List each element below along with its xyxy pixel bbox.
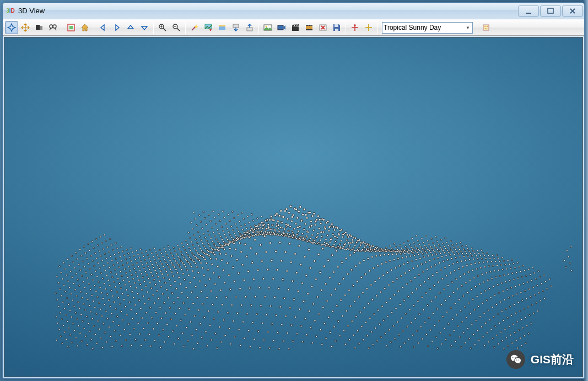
scene-settings-icon[interactable]: [479, 21, 493, 34]
move-up-icon[interactable]: [243, 21, 256, 34]
svg-rect-2: [36, 25, 40, 30]
svg-rect-11: [219, 26, 225, 30]
svg-point-22: [308, 25, 309, 25]
svg-rect-3: [40, 26, 42, 30]
svg-rect-12: [233, 24, 239, 28]
pan-icon[interactable]: [19, 21, 32, 34]
add-layer-icon[interactable]: [202, 21, 215, 34]
cancel-icon[interactable]: [316, 21, 330, 34]
clapboard-icon[interactable]: [289, 21, 302, 34]
video-icon[interactable]: [275, 21, 288, 34]
svg-rect-20: [306, 29, 312, 30]
app-window: 3ID 3D View: [2, 2, 585, 379]
window-title: 3D View: [18, 7, 517, 15]
navigate-icon[interactable]: [5, 21, 18, 34]
back-arrow-icon[interactable]: [96, 21, 110, 34]
edit-surface-icon[interactable]: [33, 21, 46, 34]
maximize-button[interactable]: [540, 6, 561, 17]
svg-rect-26: [335, 24, 338, 27]
layers-icon[interactable]: [215, 21, 229, 34]
forward-arrow-icon[interactable]: [110, 21, 123, 34]
close-button[interactable]: [562, 6, 583, 17]
up-arrow-icon[interactable]: [124, 21, 137, 34]
toolbar: Tropical Sunny Day: [3, 19, 584, 36]
app-icon: 3ID: [6, 7, 15, 15]
svg-point-23: [310, 25, 310, 25]
minimize-button[interactable]: [518, 6, 539, 17]
environment-selected-label: Tropical Sunny Day: [384, 24, 441, 31]
viewport-3d[interactable]: GIS前沿: [4, 37, 583, 377]
svg-rect-1: [548, 8, 553, 13]
wand-icon[interactable]: [188, 21, 201, 34]
svg-rect-16: [278, 25, 283, 30]
svg-point-5: [53, 25, 56, 28]
wechat-icon: [506, 350, 525, 369]
svg-rect-27: [335, 29, 338, 31]
svg-rect-28: [483, 25, 489, 30]
window-controls: [517, 6, 583, 17]
home-icon[interactable]: [78, 21, 91, 34]
terrain-point-cloud: [4, 37, 582, 377]
watermark: GIS前沿: [506, 350, 574, 369]
full-extent-icon[interactable]: [64, 21, 78, 34]
svg-point-24: [311, 25, 312, 25]
zoom-in-icon[interactable]: [156, 21, 169, 34]
picture-icon[interactable]: [261, 21, 274, 34]
svg-point-21: [306, 25, 307, 25]
save-disk-icon[interactable]: [330, 21, 343, 34]
svg-rect-17: [292, 26, 299, 31]
watermark-label: GIS前沿: [531, 352, 574, 367]
down-arrow-icon[interactable]: [138, 21, 151, 34]
titlebar[interactable]: 3ID 3D View: [3, 3, 584, 19]
find-icon[interactable]: [46, 21, 60, 34]
svg-point-4: [50, 25, 53, 28]
move-down-icon[interactable]: [229, 21, 242, 34]
pin-add-icon[interactable]: [362, 21, 375, 34]
pin-red-icon[interactable]: [348, 21, 362, 34]
environment-dropdown[interactable]: Tropical Sunny Day: [382, 22, 473, 34]
zoom-out-icon[interactable]: [170, 21, 183, 34]
svg-rect-0: [526, 13, 531, 14]
svg-rect-7: [69, 26, 73, 29]
film-icon[interactable]: [303, 21, 316, 34]
svg-rect-13: [247, 28, 252, 31]
